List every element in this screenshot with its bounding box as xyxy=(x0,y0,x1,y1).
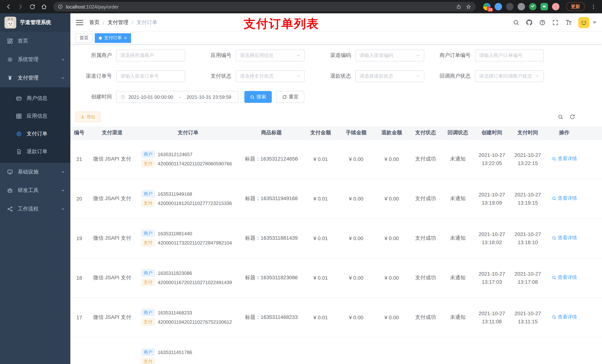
spacer-cell xyxy=(583,179,602,218)
table-row: 20 微信 JSAPI 支付 商户1635311949168 支付4200001… xyxy=(70,179,602,218)
help-icon[interactable] xyxy=(539,19,546,26)
id-cell: 17 xyxy=(70,297,88,337)
sidebar-item-infra[interactable]: 基础设施 xyxy=(0,163,70,181)
logo-image xyxy=(4,17,16,29)
browser-home-button[interactable] xyxy=(39,1,50,12)
pay-status-select[interactable]: 请选择支付状态 xyxy=(236,70,305,82)
extension-dark-icon[interactable] xyxy=(506,3,514,10)
tab-close-icon[interactable]: × xyxy=(124,35,127,40)
refund-cell: ¥ 0.00 xyxy=(374,179,409,218)
view-detail-link[interactable]: 查看详情 xyxy=(551,274,577,281)
browser-menu-icon[interactable] xyxy=(588,1,599,12)
action-cell: 查看详情 xyxy=(546,218,583,258)
github-icon[interactable] xyxy=(526,19,533,26)
sidebar-item-label: 系统管理 xyxy=(18,56,39,63)
avatar-caret-icon[interactable] xyxy=(593,21,596,23)
fee-cell: ¥ 0.00 xyxy=(338,258,374,297)
sidebar-item-devtools[interactable]: 研发工具 xyxy=(0,181,70,200)
extension-chat-icon[interactable] xyxy=(540,3,548,10)
merchant-order-no: 1635311949168 xyxy=(158,191,192,197)
pay-order-cell: 商户1635311451786 支付 xyxy=(136,337,240,364)
sidebar-item-workflow[interactable]: 工作流程 xyxy=(0,200,70,218)
sidebar-item-app-info[interactable]: 应用信息 xyxy=(0,107,70,125)
notify-status-select[interactable]: 请选择订单回调商户状态 xyxy=(475,70,544,82)
share-icon[interactable] xyxy=(456,4,461,9)
placeholder-text: 请输入渠道订单号 xyxy=(120,73,181,80)
col-header-spacer xyxy=(583,126,602,139)
fee-cell: ¥ 0.00 xyxy=(338,179,374,218)
channel-code-select[interactable]: 请输入渠道编码 xyxy=(355,50,424,62)
fullscreen-icon[interactable] xyxy=(552,19,559,26)
sidebar-item-refund-order[interactable]: 退款订单 xyxy=(0,143,70,161)
sidebar-item-label: 应用信息 xyxy=(27,113,47,119)
merchant-order-no-input[interactable]: 请输入商户订单编号 xyxy=(475,50,544,62)
home-icon xyxy=(41,3,47,10)
create-time-range-picker[interactable]: 2021-10-01 00:00:00 - 2021-10-31 23:59:5… xyxy=(116,91,238,103)
status-cell: 支付成功 xyxy=(409,179,442,218)
download-icon xyxy=(80,115,85,119)
pay-time-cell: 2021-10-2713:22:15 xyxy=(510,139,546,179)
tab-pay-order[interactable]: 支付订单 × xyxy=(95,33,131,43)
extension-grey-icon[interactable] xyxy=(517,3,525,10)
spacer-cell xyxy=(583,139,602,179)
site-info-icon[interactable] xyxy=(58,4,63,9)
header-search-icon[interactable] xyxy=(513,19,519,26)
placeholder-text: 请输入渠道编码 xyxy=(359,52,414,59)
create-time-cell xyxy=(474,337,510,364)
amount-cell: ¥ 0.01 xyxy=(303,179,338,218)
refund-status-select[interactable]: 请选择退款状态 xyxy=(355,70,424,82)
pay-time-cell: 2021-10-2713:19:15 xyxy=(510,179,546,218)
action-cell: 查看详情 xyxy=(546,139,583,179)
channel-order-no-input[interactable]: 请输入渠道订单号 xyxy=(116,70,185,82)
sidebar-item-home[interactable]: 首页 xyxy=(0,32,70,50)
sidebar-item-payment[interactable]: ¥ 支付管理 xyxy=(0,69,70,87)
col-header-refund: 退款金额 xyxy=(374,126,409,139)
font-size-icon[interactable] xyxy=(565,19,572,26)
pay-badge: 支付 xyxy=(141,239,155,246)
chevron-down-icon xyxy=(296,74,301,78)
browser-reload-button[interactable] xyxy=(27,1,38,12)
sidebar-item-label: 退款订单 xyxy=(27,148,47,155)
navbar-actions xyxy=(513,17,596,28)
spacer-cell xyxy=(583,297,602,337)
export-button[interactable]: 导出 xyxy=(75,112,100,122)
view-detail-link[interactable]: 查看详情 xyxy=(551,156,577,162)
browser-back-button[interactable] xyxy=(3,1,14,12)
tab-home[interactable]: 首页 xyxy=(75,33,93,43)
search-button[interactable]: 搜索 xyxy=(244,91,272,103)
sidebar-item-system[interactable]: 系统管理 xyxy=(0,50,70,69)
sidebar-item-pay-order[interactable]: 支付订单 xyxy=(0,125,70,143)
create-time-cell: 2021-10-2713:19:09 xyxy=(474,179,510,218)
monitor-icon xyxy=(7,169,13,175)
merchant-select[interactable]: 请选择所属商户 xyxy=(116,50,185,62)
gear-icon xyxy=(7,56,13,63)
breadcrumb-payment[interactable]: 支付管理 xyxy=(108,19,129,26)
hamburger-icon[interactable] xyxy=(76,20,83,25)
url-bar[interactable]: localhost:1024/pay/order xyxy=(53,2,476,11)
browser-forward-button[interactable] xyxy=(15,1,26,12)
table-row: 19 微信 JSAPI 支付 商户1635311881440 支付4200001… xyxy=(70,218,602,258)
pay-time-cell: 2021-10-2713:17:08 xyxy=(510,258,546,297)
chevron-down-icon xyxy=(416,74,420,78)
browser-update-button[interactable]: 更新 xyxy=(566,2,585,11)
extension-check-icon[interactable] xyxy=(529,3,537,10)
toggle-search-icon[interactable] xyxy=(558,114,563,120)
browser-profile-avatar[interactable] xyxy=(552,3,559,10)
table-toolbar: 导出 xyxy=(70,112,602,122)
reset-button[interactable]: 重置 xyxy=(276,91,304,103)
title-cell: 标题：1635311823086 xyxy=(240,258,303,297)
app-id-select[interactable]: 请选择应用信息 xyxy=(236,50,305,62)
bookmark-star-icon[interactable] xyxy=(466,4,471,10)
view-detail-link[interactable]: 查看详情 xyxy=(551,195,577,202)
create-time-cell: 2021-10-2713:18:02 xyxy=(474,218,510,258)
placeholder-text: 请选择退款状态 xyxy=(359,73,414,80)
sidebar-item-merchant-info[interactable]: 商户信息 xyxy=(0,90,70,107)
extension-apps-icon[interactable]: 10 xyxy=(483,3,491,10)
view-detail-link[interactable]: 查看详情 xyxy=(551,314,577,321)
user-avatar[interactable] xyxy=(578,17,589,28)
refresh-table-icon[interactable] xyxy=(570,114,575,120)
action-cell: 查看详情 xyxy=(546,179,583,218)
extension-blue-icon[interactable] xyxy=(495,3,502,10)
view-detail-link[interactable]: 查看详情 xyxy=(551,235,577,241)
breadcrumb-home[interactable]: 首页 xyxy=(89,19,100,26)
